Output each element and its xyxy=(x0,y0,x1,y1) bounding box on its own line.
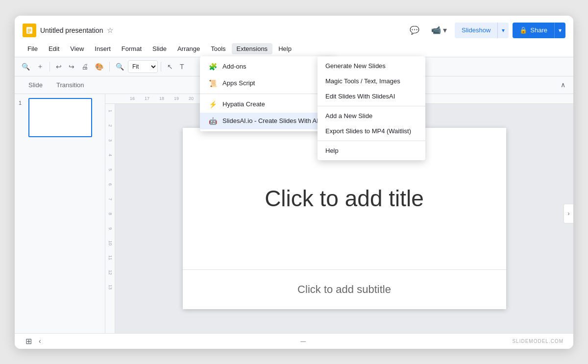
menu-slide[interactable]: Slide xyxy=(147,43,172,54)
ruler-mark xyxy=(115,96,130,101)
slideshow-label[interactable]: Slideshow xyxy=(455,23,498,38)
menu-help[interactable]: Help xyxy=(273,43,296,54)
collapse-left-panel-button[interactable]: ‹ xyxy=(39,337,41,345)
menu-insert[interactable]: Insert xyxy=(90,43,116,54)
ruler-left-mark: 6 xyxy=(108,177,113,192)
redo-button[interactable]: ↪ xyxy=(66,59,77,74)
ruler-left-mark: 3 xyxy=(108,133,113,148)
submenu-addslide[interactable]: Add a New Slide xyxy=(318,108,425,123)
comment-button[interactable]: 💬 xyxy=(406,24,423,37)
share-dropdown-arrow[interactable]: ▾ xyxy=(555,23,565,38)
right-collapse-button[interactable]: › xyxy=(564,204,573,223)
menu-edit[interactable]: Edit xyxy=(44,43,64,54)
submenu-export[interactable]: Export Slides to MP4 (Waitlist) xyxy=(318,123,425,139)
appsscript-label: Apps Script xyxy=(222,79,255,87)
submenu-help[interactable]: Help xyxy=(318,143,425,158)
ruler-left-mark: 12 xyxy=(108,266,113,280)
ruler-mark: 18 xyxy=(159,96,174,101)
menu-hypatia[interactable]: ⚡ Hypatia Create ▶ xyxy=(200,96,336,113)
hypatia-icon: ⚡ xyxy=(208,99,218,109)
menu-format[interactable]: Format xyxy=(117,43,147,54)
tab-transition[interactable]: Transition xyxy=(50,79,90,91)
slidesai-submenu-divider-1 xyxy=(318,106,425,106)
svg-rect-3 xyxy=(27,32,30,33)
menu-extensions[interactable]: Extensions xyxy=(232,43,273,54)
app-window: Untitled presentation ☆ 💬 📹 ▾ Slideshow … xyxy=(15,16,573,349)
menu-bar: File Edit View Insert Format Slide Arran… xyxy=(15,41,573,57)
video-button[interactable]: 📹 ▾ xyxy=(427,24,451,37)
addons-icon: 🧩 xyxy=(208,62,218,72)
svg-rect-1 xyxy=(27,29,31,30)
menu-slidesai[interactable]: 🤖 SlidesAI.io - Create Slides With AI ▶ xyxy=(200,113,336,129)
ruler-left-mark: 11 xyxy=(108,251,113,266)
ruler-left-mark: 7 xyxy=(108,192,113,207)
menu-file[interactable]: File xyxy=(23,43,43,54)
slidesai-submenu: Generate New Slides Magic Tools / Text, … xyxy=(318,56,425,160)
magic-label: Magic Tools / Text, Images xyxy=(325,77,400,85)
menu-addons[interactable]: 🧩 Add-ons ▶ xyxy=(200,58,336,75)
collapse-panel-button[interactable]: ∧ xyxy=(561,81,565,89)
menu-tools[interactable]: Tools xyxy=(206,43,230,54)
edit-slidesai-label: Edit Slides With SlidesAI xyxy=(325,93,395,100)
extensions-menu: 🧩 Add-ons ▶ 📜 Apps Script ⚡ Hypatia Crea… xyxy=(200,56,336,131)
print-button[interactable]: 🖨 xyxy=(78,59,91,74)
submenu-generate[interactable]: Generate New Slides xyxy=(318,58,425,73)
slide-thumbnail-row: 1 xyxy=(19,98,101,137)
appsscript-icon: 📜 xyxy=(208,78,218,88)
slide-scroll-indicator: — xyxy=(300,338,306,344)
undo-button[interactable]: ↩ xyxy=(53,59,65,74)
share-label[interactable]: 🔒 Share xyxy=(513,23,555,38)
ruler-left-mark: 8 xyxy=(108,207,113,221)
menu-arrange[interactable]: Arrange xyxy=(172,43,205,54)
ruler-left-mark: 1 xyxy=(108,104,113,119)
text-button[interactable]: T xyxy=(177,59,187,74)
zoom-in-button[interactable]: ＋ xyxy=(34,59,47,74)
share-button[interactable]: 🔒 Share ▾ xyxy=(513,23,565,38)
title-left: Untitled presentation ☆ xyxy=(23,24,113,37)
slide-title-placeholder[interactable]: Click to add title xyxy=(265,185,424,212)
star-icon[interactable]: ☆ xyxy=(107,26,113,35)
menu-appsscript[interactable]: 📜 Apps Script xyxy=(200,75,336,92)
slideshow-button[interactable]: Slideshow ▾ xyxy=(455,23,509,38)
toolbar-divider-1 xyxy=(49,62,50,72)
slidesai-label: SlidesAI.io - Create Slides With AI xyxy=(222,117,318,124)
slide-number: 1 xyxy=(19,98,25,106)
slide-thumbnail[interactable] xyxy=(28,98,92,137)
submenu-magic[interactable]: Magic Tools / Text, Images xyxy=(318,73,425,89)
ruler-mark: 17 xyxy=(145,96,159,101)
zoom-view-button[interactable]: 🔍 xyxy=(113,59,127,74)
ruler-left-mark: 5 xyxy=(108,163,113,177)
ruler-mark: 19 xyxy=(174,96,189,101)
grid-view-button[interactable]: ⊞ xyxy=(23,336,35,347)
presentation-title: Untitled presentation xyxy=(40,26,103,34)
export-label: Export Slides to MP4 (Waitlist) xyxy=(325,127,411,135)
help-label: Help xyxy=(325,147,339,154)
submenu-edit-slidesai[interactable]: Edit Slides With SlidesAI xyxy=(318,89,425,104)
generate-label: Generate New Slides xyxy=(325,62,386,70)
slidesai-submenu-divider-2 xyxy=(318,141,425,141)
lock-icon: 🔒 xyxy=(519,26,527,34)
slideshow-dropdown-arrow[interactable]: ▾ xyxy=(498,23,509,38)
menu-view[interactable]: View xyxy=(65,43,89,54)
ruler-left-mark: 2 xyxy=(108,119,113,133)
svg-rect-2 xyxy=(27,30,31,31)
ruler-left-mark: 9 xyxy=(108,221,113,236)
title-right: 💬 📹 ▾ Slideshow ▾ 🔒 Share ▾ xyxy=(406,23,565,38)
ruler-left-mark: 10 xyxy=(108,236,113,251)
slide-subtitle-placeholder[interactable]: Click to add subtitle xyxy=(297,283,391,296)
extensions-menu-divider xyxy=(200,94,336,94)
paint-format-button[interactable]: 🎨 xyxy=(92,59,106,74)
slide-tabs: Slide Transition xyxy=(23,79,90,91)
toolbar-divider-2 xyxy=(109,62,110,72)
ruler-left-marks: 1 2 3 4 5 6 7 8 9 10 11 12 13 xyxy=(108,104,113,295)
tab-slide[interactable]: Slide xyxy=(23,79,49,91)
ruler-left-mark: 13 xyxy=(108,280,113,295)
slide-subtitle-area[interactable]: Click to add subtitle xyxy=(183,270,506,309)
cursor-button[interactable]: ↖ xyxy=(164,59,176,74)
addslide-label: Add a New Slide xyxy=(325,112,372,120)
zoom-select[interactable]: Fit 50% 75% 100% xyxy=(128,60,158,73)
ruler-mark: 16 xyxy=(130,96,145,101)
watermark: SLIDEMODEL.COM xyxy=(512,339,564,344)
zoom-out-button[interactable]: 🔍 xyxy=(19,59,33,74)
slide-panel: 1 xyxy=(15,94,105,333)
